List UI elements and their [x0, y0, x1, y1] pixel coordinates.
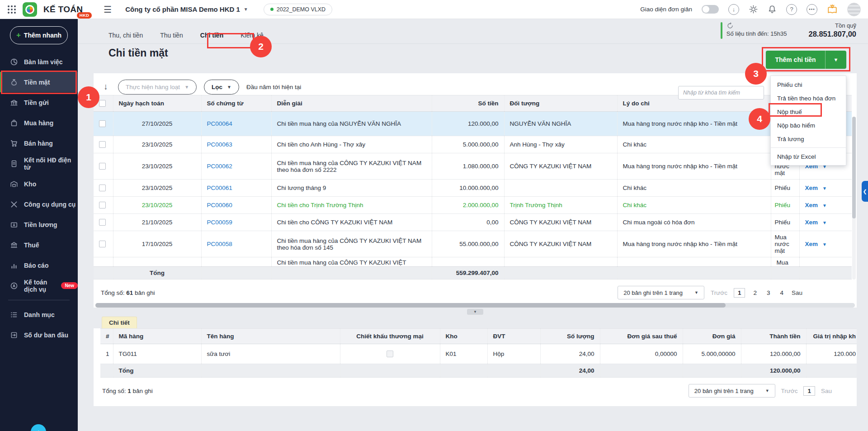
- doc-link[interactable]: PC00060: [207, 202, 232, 208]
- sidebar-item-ke-toan-dich-vu[interactable]: Kế toán dịch vụ New: [0, 275, 78, 296]
- page-size-select[interactable]: 20 bản ghi trên 1 trang▼: [618, 286, 704, 299]
- vertical-scrollbar[interactable]: [852, 117, 856, 279]
- col-header-index: #: [100, 329, 113, 344]
- row-checkbox[interactable]: [99, 141, 106, 148]
- refresh-icon[interactable]: [726, 22, 734, 29]
- quick-add-button[interactable]: +Thêm nhanh: [10, 26, 68, 44]
- row-checkbox[interactable]: [99, 120, 106, 127]
- add-payment-button[interactable]: Thêm chi tiền: [766, 51, 826, 69]
- view-action[interactable]: Xem▼: [805, 202, 827, 208]
- panel-splitter-handle[interactable]: ▼: [467, 309, 483, 315]
- menu-item-nhap-tu-excel[interactable]: Nhập từ Excel: [771, 150, 846, 163]
- simple-ui-label: Giao diện đơn giản: [640, 6, 692, 13]
- sidebar-item-ban-lam-viec[interactable]: Bàn làm việc: [0, 52, 78, 72]
- menu-item-nop-thue[interactable]: Nộp thuế: [771, 105, 846, 118]
- sidebar-item-ket-noi-hd-dien-tu[interactable]: Kết nối HĐ điện tử: [0, 153, 78, 174]
- page-number-4[interactable]: 4: [778, 289, 785, 297]
- table-row[interactable]: 23/10/2025 PC00060 Chi tiền cho Trịnh Tr…: [94, 197, 852, 214]
- add-payment-dropdown-toggle[interactable]: ▼: [826, 51, 846, 69]
- sidebar-item-tien-mat[interactable]: Tiền mặt: [0, 72, 78, 92]
- view-action[interactable]: Xem▼: [805, 185, 827, 191]
- table-row[interactable]: 17/10/2025 PC00058 Chi tiền mua hàng của…: [94, 231, 852, 257]
- tab-chi-tiet[interactable]: Chi tiết: [102, 317, 137, 328]
- sidebar-item-tien-gui[interactable]: Tiền gửi: [0, 92, 78, 113]
- detail-prev-page-button[interactable]: Trước: [781, 388, 798, 394]
- page-number-2[interactable]: 2: [751, 289, 759, 297]
- sidebar-item-bao-cao[interactable]: Báo cáo: [0, 255, 78, 275]
- menu-item-nop-bao-hiem[interactable]: Nộp bảo hiểm: [771, 118, 846, 132]
- doc-link[interactable]: PC00061: [207, 185, 232, 191]
- cell-reason: Mua hàng trong nước nhập kho - Tiền mặt: [617, 231, 771, 257]
- search-input[interactable]: [678, 86, 764, 99]
- row-checkbox[interactable]: [99, 185, 106, 191]
- sidebar-item-thue[interactable]: Thuế: [0, 235, 78, 255]
- table-row-partial[interactable]: Chi tiền mua hàng của CÔNG TY KAZUKI VIỆ…: [94, 257, 852, 267]
- doc-link[interactable]: PC00058: [207, 241, 232, 247]
- page-number-3[interactable]: 3: [765, 289, 772, 297]
- menu-item-phieu-chi[interactable]: Phiếu chi: [771, 78, 846, 91]
- avatar[interactable]: [847, 3, 861, 16]
- detail-next-page-button[interactable]: Sau: [821, 388, 832, 394]
- tab-chi-tien[interactable]: Chi tiền: [200, 32, 223, 39]
- help-icon[interactable]: ?: [786, 4, 797, 15]
- app-name: KẾ TOÁNHKD: [43, 5, 85, 14]
- select-all-checkbox[interactable]: [99, 100, 106, 107]
- menu-item-tra-tien-theo-hoa-don[interactable]: Trả tiền theo hóa đơn: [771, 91, 846, 105]
- doc-link[interactable]: PC00064: [207, 120, 232, 127]
- hamburger-menu-icon[interactable]: ☰: [104, 5, 112, 14]
- sidebar-item-mua-hang[interactable]: Mua hàng: [0, 113, 78, 133]
- batch-actions-dropdown[interactable]: Thực hiện hàng loạt▼: [118, 80, 197, 95]
- table-row[interactable]: 23/10/2025 PC00061 Chi lương tháng 9 10.…: [94, 180, 852, 197]
- doc-link[interactable]: PC00059: [207, 219, 232, 226]
- page-number-1[interactable]: 1: [734, 288, 745, 298]
- misa-logo[interactable]: [23, 2, 37, 17]
- sidebar-item-so-du-ban-dau[interactable]: Số dư ban đầu: [0, 325, 78, 345]
- tab-thu-chi-tien[interactable]: Thu, chi tiền: [108, 32, 143, 39]
- period-filter[interactable]: Đầu năm tới hiện tại: [246, 84, 301, 90]
- scrollbar-thumb[interactable]: [852, 117, 856, 218]
- filter-dropdown[interactable]: Lọc▼: [204, 80, 239, 95]
- sidebar-item-kho[interactable]: Kho: [0, 174, 78, 194]
- detail-page-number-1[interactable]: 1: [803, 386, 815, 396]
- gear-icon[interactable]: [749, 5, 758, 14]
- salary-icon: [10, 221, 18, 229]
- table-row[interactable]: 21/10/2025 PC00059 Chi tiền cho CÔNG TY …: [94, 214, 852, 231]
- tab-thu-tien[interactable]: Thu tiền: [160, 32, 183, 39]
- doc-link[interactable]: PC00063: [207, 141, 232, 148]
- workspace-pill[interactable]: 2022_DEMO VLXD: [264, 4, 332, 15]
- table-row[interactable]: 23/10/2025 PC00063 Chi tiền cho Anh Hùng…: [94, 136, 852, 153]
- row-checkbox[interactable]: [99, 241, 106, 247]
- more-options-icon[interactable]: •••: [807, 4, 817, 15]
- table-row[interactable]: 23/10/2025 PC00062 Chi tiền mua hàng của…: [94, 153, 852, 180]
- prev-page-button[interactable]: Trước: [711, 289, 727, 296]
- detail-page-size-select[interactable]: 20 bản ghi trên 1 trang▼: [689, 384, 775, 398]
- view-action[interactable]: Xem▼: [805, 241, 827, 247]
- horizontal-scrollbar[interactable]: [95, 303, 855, 308]
- download-icon[interactable]: ↓: [728, 4, 739, 15]
- menu-item-tra-luong[interactable]: Trả lương: [771, 132, 846, 146]
- sidebar-item-danh-muc[interactable]: Danh mục: [0, 304, 78, 325]
- detail-row[interactable]: 1 TG011 sữa tươi K01 Hộp 24,00 0,00000 5…: [100, 344, 857, 364]
- sidebar-item-cong-cu-dung-cu[interactable]: Công cụ dụng cụ: [0, 194, 78, 214]
- row-checkbox[interactable]: [99, 219, 106, 226]
- add-payment-menu: Phiếu chi Trả tiền theo hóa đơn Nộp thuế…: [770, 76, 846, 166]
- bell-icon[interactable]: [768, 5, 777, 14]
- sidebar-item-ban-hang[interactable]: Bán hàng: [0, 133, 78, 153]
- next-page-button[interactable]: Sau: [792, 289, 802, 296]
- detail-footer: Tổng số: 1 bản ghi 20 bản ghi trên 1 tra…: [100, 383, 857, 398]
- scrollbar-thumb[interactable]: [95, 303, 726, 308]
- sidebar-item-tien-luong[interactable]: Tiền lương: [0, 214, 78, 235]
- expand-panel-chevron[interactable]: ❮: [862, 181, 868, 202]
- data-as-of-label: Số liệu tính đến: 15h35: [726, 30, 787, 37]
- simple-ui-toggle[interactable]: [702, 5, 719, 14]
- guide-book-icon[interactable]: [827, 5, 838, 14]
- trade-discount-checkbox[interactable]: [387, 350, 393, 357]
- row-checkbox[interactable]: [99, 163, 106, 170]
- table-row[interactable]: 27/10/2025 PC00064 Chi tiền mua hàng của…: [94, 112, 852, 136]
- row-checkbox[interactable]: [99, 202, 106, 208]
- view-action[interactable]: Xem▼: [805, 219, 827, 226]
- doc-link[interactable]: PC00062: [207, 163, 232, 170]
- apps-grid-icon[interactable]: [7, 5, 16, 14]
- sort-icon[interactable]: ↓: [101, 82, 111, 92]
- company-selector[interactable]: Công ty cổ phần MISA Demo HKD 1▼: [125, 5, 248, 13]
